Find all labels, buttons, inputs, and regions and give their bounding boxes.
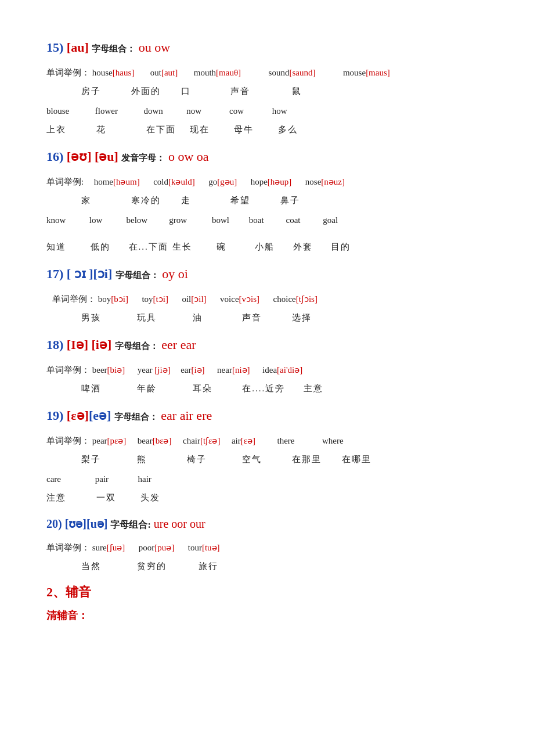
section-18-title: 18) [Iə] [iə] 字母组合： eer ear [46, 332, 499, 358]
section-20: 20) [ʊə][uə] 字母组合: ure oor our 单词举例： sur… [46, 512, 499, 575]
word-mouse: mouse[maus] [343, 68, 390, 77]
word-choice: choice[tʃɔis] [273, 294, 317, 304]
section-19-chinese2: 注意 一双 头发 [46, 489, 499, 506]
section-20-label: 字母组合: [110, 520, 150, 530]
section-18-combos: eer ear [161, 337, 196, 352]
examples-label-18: 单词举例： [46, 365, 90, 375]
examples-label-16: 单词举例: [46, 177, 84, 186]
word-pear: pear[pεə] [92, 436, 127, 445]
section-15-combos: ou ow [139, 40, 170, 55]
section-15-phoneme: [au] [67, 40, 89, 55]
section-17: 17) [ ɔɪ ][ɔi] 字母组合： oy oi 单词举例： boy[bɔi… [46, 261, 499, 326]
section-16-examples: 单词举例: home[həum] cold[kəuld] go[gəu] hop… [46, 173, 499, 190]
word-toy: toy[tɔi] [142, 294, 168, 304]
word-poor: poor[puə] [139, 543, 175, 552]
section-16: 16) [əʊ] [əu] 发音字母： o ow oa 单词举例: home[h… [46, 144, 499, 255]
section-16-words2: know low below grow bowl boat coat goal [46, 211, 499, 229]
section-17-combos: oy oi [162, 267, 188, 281]
section-15: 15) [au] 字母组合： ou ow 单词举例： house[haus] o… [46, 35, 499, 138]
word-sure: sure[ʃuə] [92, 543, 125, 552]
word-there: there [277, 436, 295, 445]
section-19: 19) [εə][eə] 字母组合： ear air ere 单词举例： pea… [46, 403, 499, 506]
section-15-num: 15) [46, 40, 67, 55]
word-bear: bear[bεə] [138, 436, 172, 445]
word-beer: beer[biə] [92, 365, 125, 375]
section-18-phoneme: [Iə] [iə] [67, 337, 111, 352]
section-19-label: 字母组合： [114, 412, 158, 422]
examples-label-17: 单词举例： [52, 294, 96, 304]
section-20-phoneme: [ʊə][uə] [65, 517, 108, 530]
word-nose: nose[nəuz] [305, 177, 345, 186]
word-mouth: mouth[mauθ] [194, 68, 241, 77]
word-boy: boy[bɔi] [98, 294, 128, 304]
word-tour: tour[tuə] [188, 543, 220, 552]
section-19-phoneme2: [eə] [89, 408, 111, 423]
section-20-combos: ure oor our [154, 517, 205, 530]
section-16-chinese2: 知道 低的 在...下面 生长 碗 小船 外套 目的 [46, 238, 499, 255]
section-19-words2: care pair hair [46, 470, 499, 488]
section-15-chinese1: 房子 外面的 口 声音 鼠 [81, 82, 499, 100]
word-air: air[εə] [232, 436, 255, 445]
word-hope: hope[həup] [251, 177, 292, 186]
section-16-title: 16) [əʊ] [əu] 发音字母： o ow oa [46, 144, 499, 170]
section-18: 18) [Iə] [iə] 字母组合： eer ear 单词举例： beer[b… [46, 332, 499, 397]
section-15-title: 15) [au] 字母组合： ou ow [46, 35, 499, 60]
section-18-chinese1: 啤酒 年龄 耳朵 在....近旁 主意 [81, 380, 499, 397]
section-16-chinese1: 家 寒冷的 走 希望 鼻子 [81, 192, 499, 209]
section-19-phoneme: [εə] [67, 408, 89, 423]
section-19-title: 19) [εə][eə] 字母组合： ear air ere [46, 403, 499, 429]
section-15-label: 字母组合： [92, 44, 135, 53]
section-16-num: 16) [46, 149, 67, 164]
section-17-label: 字母组合： [116, 271, 159, 280]
word-oil: oil[ɔil] [182, 294, 206, 304]
section-16-label: 发音字母： [121, 153, 165, 163]
examples-label-20: 单词举例： [46, 543, 90, 552]
section-15-words2: blouse flower down now cow how [46, 102, 499, 120]
word-year: year [jiə] [138, 365, 171, 375]
footer-subtitle: 清辅音： [46, 606, 499, 625]
section-19-num: 19) [46, 408, 67, 423]
word-voice: voice[vɔis] [220, 294, 259, 304]
section-15-examples: 单词举例： house[haus] out[aut] mouth[mauθ] s… [46, 64, 499, 81]
section-19-combos: ear air ere [161, 408, 212, 423]
examples-label-19: 单词举例： [46, 436, 90, 445]
section-19-chinese1: 梨子 熊 椅子 空气 在那里 在哪里 [81, 451, 499, 468]
section-17-examples: 单词举例： boy[bɔi] toy[tɔi] oil[ɔil] voice[v… [46, 290, 499, 308]
section-18-examples: 单词举例： beer[biə] year [jiə] ear[iə] near[… [46, 361, 499, 379]
word-where: where [322, 436, 344, 445]
section-15-chinese2: 上衣 花 在下面 现在 母牛 多么 [46, 121, 499, 138]
section-20-title: 20) [ʊə][uə] 字母组合: ure oor our [46, 512, 499, 535]
section-18-label: 字母组合： [115, 341, 158, 351]
section-19-examples: 单词举例： pear[pεə] bear[bεə] chair[tʃεə] ai… [46, 432, 499, 449]
section-16-combos: o ow oa [168, 149, 209, 164]
word-cold: cold[kəuld] [153, 177, 195, 186]
word-chair: chair[tʃεə] [183, 436, 220, 445]
word-house: house[haus] [92, 68, 135, 77]
word-near: near[niə] [217, 365, 250, 375]
section-20-chinese1: 当然 贫穷的 旅行 [81, 557, 499, 575]
word-ear: ear[iə] [181, 365, 204, 375]
word-home: home[həum] [94, 177, 140, 186]
word-out: out[aut] [150, 68, 178, 77]
footer-title: 2、辅音 [46, 581, 499, 604]
section-17-title: 17) [ ɔɪ ][ɔi] 字母组合： oy oi [46, 261, 499, 287]
word-sound: sound[saund] [269, 68, 316, 77]
section-17-num: 17) [46, 267, 67, 281]
section-17-phoneme: [ ɔɪ ][ɔi] [67, 267, 112, 281]
section-16-phoneme: [əʊ] [əu] [67, 149, 118, 164]
section-18-num: 18) [46, 337, 67, 352]
section-20-examples: 单词举例： sure[ʃuə] poor[puə] tour[tuə] [46, 539, 499, 556]
section-20-num: 20) [46, 517, 65, 530]
word-idea: idea[ai'diə] [262, 365, 302, 375]
examples-label: 单词举例： [46, 68, 90, 77]
word-go: go[gəu] [208, 177, 237, 186]
section-17-chinese1: 男孩 玩具 油 声音 选择 [81, 309, 499, 326]
